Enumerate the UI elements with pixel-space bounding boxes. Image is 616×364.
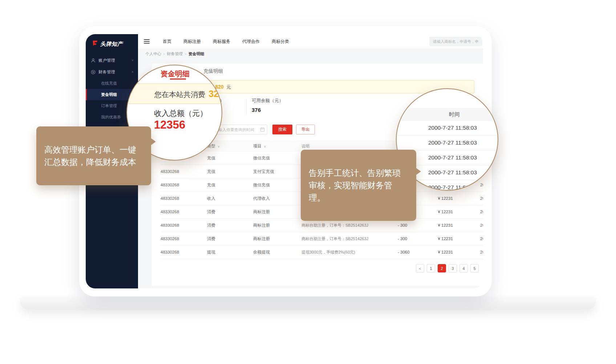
- prev-page-button[interactable]: <: [416, 264, 424, 272]
- cell-order: 48330268: [161, 236, 207, 241]
- stat-label: 可用余额（元）: [252, 98, 284, 104]
- cell-time: 2000-7-27 11:58:03: [458, 223, 483, 227]
- laptop-base: [20, 296, 596, 310]
- cell-time: 2000-7-27 11:58:03: [458, 250, 483, 254]
- page-button[interactable]: 1: [427, 264, 435, 272]
- sidebar-subitem-recharge[interactable]: 在线充值: [86, 78, 138, 89]
- magnified-stat-value: 12356: [154, 118, 185, 132]
- search-button[interactable]: 搜索: [272, 125, 292, 134]
- callout-left: 高效管理账户订单、一键 汇总数据，降低财务成本: [36, 126, 151, 185]
- col-type-header[interactable]: 类型 ∨: [207, 143, 253, 149]
- calendar-icon: [260, 127, 265, 132]
- callout-tail: [416, 168, 421, 175]
- cell-type: 消费: [207, 209, 253, 215]
- cell-balance: ¥ 12231: [422, 250, 458, 254]
- top-nav: 首页 商标注册 商标服务 代理合作 商标分类: [163, 39, 289, 45]
- sidebar-item-finance[interactable]: 财务管理 ∧: [86, 66, 138, 78]
- page-button-active[interactable]: 2: [438, 264, 446, 272]
- page-button[interactable]: 3: [449, 264, 457, 272]
- cell-type: 充值: [207, 155, 253, 161]
- logo-subtitle: · · · · · · · ·: [86, 50, 138, 54]
- col-project-header[interactable]: 项目 ∨: [253, 143, 301, 149]
- callout-right-text: 告别手工统计、告别繁琐 审核，实现智能财务管 理。: [309, 168, 401, 202]
- magnified-tab-label: 资金明细: [161, 69, 190, 79]
- cell-desc: 提现3000元，手续费2%(60元): [301, 250, 395, 255]
- callout-left-text: 高效管理账户订单、一键 汇总数据，降低财务成本: [44, 145, 136, 167]
- logo-icon: [92, 40, 98, 48]
- breadcrumb-separator-icon: >: [185, 52, 186, 56]
- magnified-time-cell: 2000-7-27 11:58:03: [397, 121, 498, 136]
- top-navbar: 首页 商标注册 商标服务 代理合作 商标分类: [138, 34, 483, 49]
- breadcrumb-separator-icon: >: [163, 52, 165, 56]
- cell-balance: ¥ 12231: [422, 196, 458, 201]
- cell-project: 微信充值: [253, 155, 301, 161]
- nav-trademark-service[interactable]: 商标服务: [213, 39, 230, 45]
- page-button[interactable]: 5: [470, 264, 479, 272]
- col-label: 项目: [253, 144, 262, 148]
- sort-caret-icon: ∨: [218, 145, 220, 148]
- cell-balance: ¥ 12231: [422, 223, 458, 227]
- stat-divider: [246, 98, 247, 115]
- cell-type: 充值: [207, 182, 253, 188]
- trademark-search-input[interactable]: [429, 37, 482, 46]
- logo-text: 头牌知产: [100, 41, 123, 48]
- stat-balance: 可用余额（元） 376: [252, 98, 284, 113]
- nav-trademark-category[interactable]: 商标分类: [272, 39, 289, 45]
- cell-order: 48330268: [161, 210, 207, 214]
- callout-right: 告别手工统计、告别繁琐 审核，实现智能财务管 理。: [301, 150, 416, 221]
- breadcrumb-item[interactable]: 个人中心: [145, 51, 161, 57]
- cell-type: 收入: [207, 196, 253, 201]
- sort-caret-icon: ∨: [264, 145, 266, 148]
- user-icon: [91, 58, 96, 63]
- cell-type: 提现: [207, 250, 253, 255]
- cell-order: 48330268: [161, 169, 207, 174]
- cell-balance: ¥ 12231: [422, 236, 458, 241]
- page-button[interactable]: 4: [459, 264, 468, 272]
- sidebar-item-account[interactable]: 账户管理 ∨: [86, 54, 138, 66]
- banner-amount: 820: [215, 84, 223, 90]
- date-range-input[interactable]: [214, 125, 267, 134]
- cell-project: 代理收入: [253, 196, 301, 201]
- pagination: < 1 2 3 4 5: [416, 264, 479, 272]
- magnified-stat-label: 收入总额（元）: [154, 108, 207, 118]
- chevron-up-icon: ∧: [131, 70, 134, 73]
- cell-amount: - 3060: [395, 250, 422, 254]
- cell-time: 2000-7-27 11:58:03: [458, 210, 483, 214]
- cell-project: 支付宝充值: [253, 169, 301, 174]
- breadcrumb-item[interactable]: 财务管理: [167, 51, 183, 57]
- cell-type: 充值: [207, 169, 253, 174]
- cell-desc: 商标自助注册，订单号：SB2514263J: [301, 236, 395, 242]
- cell-time: 2000-7-27 11:58:03: [458, 236, 483, 241]
- export-button[interactable]: 导出: [296, 125, 315, 134]
- page: 头牌知产 · · · · · · · · 账户管理 ∨ 财务管理 ∧ 在线充值 …: [0, 0, 616, 364]
- table-row: 48330268 消费 商标注册 商标自助注册，订单号：SB2514263J -…: [161, 232, 483, 246]
- finance-icon: [91, 70, 96, 74]
- cell-order: 48330268: [161, 223, 207, 227]
- callout-tail: [151, 138, 156, 145]
- magnified-tab-indicator: [170, 78, 186, 80]
- cell-order: 48330268: [161, 183, 207, 187]
- nav-trademark-register[interactable]: 商标注册: [183, 39, 201, 45]
- breadcrumb: 个人中心 > 财务管理 > 资金明细: [138, 49, 483, 59]
- sidebar-item-label: 账户管理: [98, 58, 115, 63]
- cell-project: 商标注册: [253, 223, 301, 228]
- banner-unit: 元: [226, 85, 231, 90]
- tab-recharge-detail[interactable]: 充值明细: [203, 68, 223, 74]
- cell-project: 商标注册: [253, 209, 301, 215]
- cell-type: 消费: [207, 236, 253, 242]
- cell-balance: ¥ 12231: [422, 210, 458, 214]
- nav-home[interactable]: 首页: [163, 39, 171, 45]
- cell-order: 48330268: [161, 250, 207, 254]
- cell-time: 2000-7-27 11:58:03: [458, 196, 483, 201]
- cell-project: 商标注册: [253, 236, 301, 242]
- cell-type: 消费: [207, 223, 253, 228]
- magnified-time-header: 时间: [397, 108, 498, 121]
- breadcrumb-current: 资金明细: [189, 51, 204, 57]
- magnified-time-cell: 2000-7-27 11:58:03: [397, 136, 498, 150]
- cell-project: 余额提现: [253, 250, 301, 255]
- menu-icon[interactable]: [144, 39, 150, 44]
- chevron-down-icon: ∨: [131, 59, 134, 62]
- logo: 头牌知产: [86, 34, 138, 50]
- nav-agency[interactable]: 代理合作: [242, 39, 260, 45]
- cell-amount: - 300: [395, 236, 422, 241]
